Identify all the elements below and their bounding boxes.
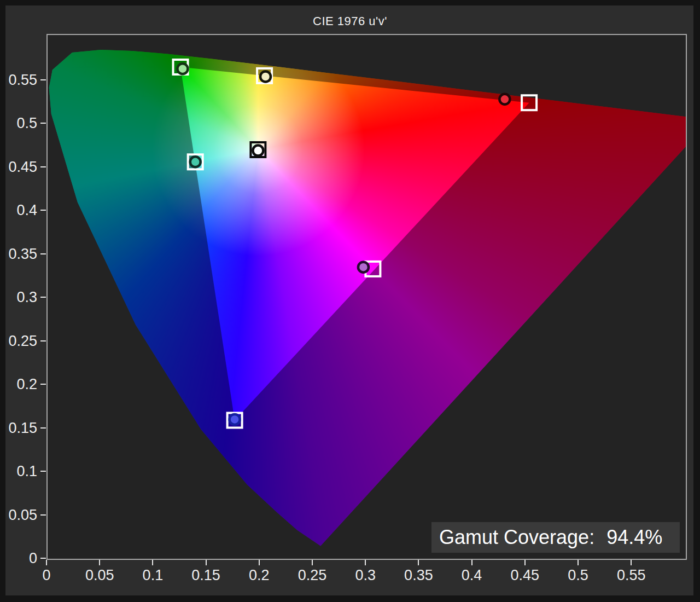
chromaticity-plot-area	[46, 34, 687, 560]
y-axis-tick-label: 0	[4, 550, 37, 567]
x-axis-tick-label: 0.55	[617, 567, 646, 584]
gamut-markers-overlay	[48, 35, 686, 559]
x-axis-tick-label: 0.5	[568, 567, 588, 584]
x-axis-tick-label: 0.15	[191, 567, 220, 584]
x-axis-tick	[471, 560, 472, 565]
x-axis-tick-label: 0	[42, 567, 50, 584]
x-axis-tick-label: 0.35	[404, 567, 433, 584]
y-axis-tick	[40, 471, 46, 472]
y-axis-tick-label: 0.1	[4, 463, 37, 480]
x-axis-tick-label: 0.1	[143, 567, 164, 584]
x-axis-tick-label: 0.2	[249, 567, 270, 584]
y-axis-tick-label: 0.25	[4, 332, 37, 349]
measured-marker-yellow	[260, 72, 271, 82]
cie-chart-window: CIE 1976 u'v' 00.050.10.150.20.250.30.35…	[0, 0, 700, 602]
y-axis-tick-label: 0.15	[4, 419, 37, 436]
y-axis-tick	[40, 210, 46, 211]
outside-gamut-dim-region	[49, 50, 686, 546]
y-axis-tick	[40, 558, 46, 559]
y-axis-tick-label: 0.05	[4, 506, 37, 523]
y-axis-tick-label: 0.2	[4, 376, 37, 393]
x-axis-tick-label: 0.3	[355, 567, 376, 584]
x-axis-tick	[312, 560, 313, 565]
y-axis-tick-label: 0.55	[4, 71, 37, 88]
measured-marker-blue	[230, 414, 240, 425]
y-axis-tick-label: 0.3	[4, 289, 37, 306]
x-axis-tick	[524, 560, 526, 565]
y-axis-tick	[40, 297, 46, 298]
y-axis-tick	[40, 253, 46, 254]
x-axis-tick-label: 0.45	[511, 567, 540, 584]
measured-marker-magenta	[358, 262, 369, 273]
y-axis-tick	[40, 514, 46, 516]
measured-marker-green	[177, 63, 188, 74]
x-axis-tick	[631, 560, 632, 565]
y-axis-tick-label: 0.45	[4, 158, 37, 175]
x-axis-tick	[418, 560, 419, 565]
y-axis-tick	[40, 427, 46, 429]
x-axis-tick-label: 0.4	[462, 567, 482, 584]
chart-title: CIE 1976 u'v'	[0, 14, 700, 28]
measured-marker-cyan	[190, 157, 201, 167]
y-axis-tick	[40, 384, 46, 385]
y-axis-tick-label: 0.4	[4, 202, 37, 219]
x-axis-tick	[206, 560, 207, 565]
x-axis-tick	[99, 560, 100, 565]
y-axis-tick	[40, 123, 46, 124]
x-axis-tick-label: 0.25	[298, 567, 327, 584]
gamut-coverage-label: Gamut Coverage:	[439, 526, 594, 549]
gamut-coverage-box: Gamut Coverage: 94.4%	[431, 522, 680, 553]
x-axis-tick	[365, 560, 366, 565]
y-axis-tick	[40, 79, 46, 80]
x-axis-tick	[152, 560, 153, 565]
x-axis-tick	[46, 560, 47, 565]
gamut-coverage-value: 94.4%	[606, 526, 662, 549]
y-axis-tick-label: 0.5	[4, 115, 37, 132]
x-axis-tick	[259, 560, 260, 565]
y-axis-tick-label: 0.35	[4, 245, 37, 262]
y-axis-tick	[40, 166, 46, 167]
y-axis-tick	[40, 340, 46, 341]
measured-marker-red	[499, 94, 510, 105]
x-axis-tick	[578, 560, 579, 565]
measured-marker-white	[253, 146, 263, 156]
x-axis-tick-label: 0.05	[85, 567, 114, 584]
